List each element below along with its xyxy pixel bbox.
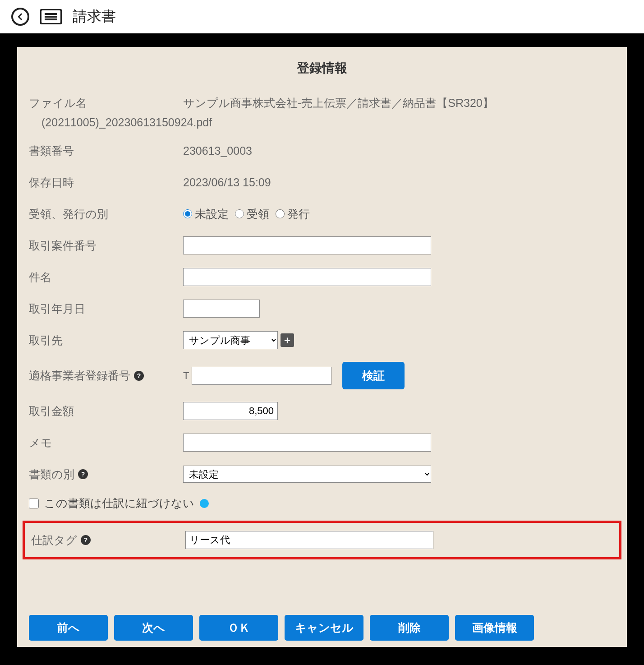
label-partner: 取引先: [29, 333, 183, 348]
radio-group-recv-issue: 未設定 受領 発行: [183, 207, 310, 222]
input-journal-tag[interactable]: [185, 531, 433, 549]
input-regnum[interactable]: [192, 367, 331, 385]
row-savedate: 保存日時 2023/06/13 15:09: [29, 172, 615, 192]
radio-issued-text: 発行: [287, 207, 310, 222]
row-filename: ファイル名 サンプル商事株式会社-売上伝票／請求書／納品書【SR320】 (20…: [29, 96, 615, 129]
label-recv-issue: 受領、発行の別: [29, 207, 183, 222]
select-partner[interactable]: サンプル商事: [183, 331, 278, 349]
help-icon-regnum[interactable]: ?: [134, 371, 144, 381]
row-regnum: 適格事業者登録番号 ? T 検証: [29, 362, 615, 389]
value-docnum: 230613_0003: [183, 144, 615, 157]
row-subject: 件名: [29, 267, 615, 287]
radio-received-label[interactable]: 受領: [235, 207, 269, 222]
next-button[interactable]: 次へ: [114, 615, 193, 641]
label-doctype: 書類の別 ?: [29, 467, 183, 482]
highlight-journal-tag: 仕訳タグ ?: [23, 521, 621, 559]
image-info-button[interactable]: 画像情報: [455, 615, 534, 641]
input-tx-case[interactable]: [183, 236, 431, 254]
label-filename: ファイル名: [29, 96, 183, 111]
label-docnum: 書類番号: [29, 143, 183, 158]
regnum-prefix: T: [183, 370, 189, 382]
label-journal-tag-text: 仕訳タグ: [31, 533, 77, 548]
help-icon-journal-tag[interactable]: ?: [81, 535, 91, 545]
row-recv-issue: 受領、発行の別 未設定 受領 発行: [29, 204, 615, 224]
row-docnum: 書類番号 230613_0003: [29, 141, 615, 161]
row-no-link: この書類は仕訳に紐づけない: [29, 496, 615, 511]
status-dot-icon: [200, 499, 209, 508]
label-memo: メモ: [29, 435, 183, 450]
radio-unset[interactable]: [183, 209, 192, 218]
arrow-left-icon: [16, 13, 24, 21]
back-button[interactable]: [11, 8, 29, 26]
label-amount: 取引金額: [29, 404, 183, 419]
ok-button[interactable]: ＯＫ: [199, 615, 278, 641]
row-partner: 取引先 サンプル商事 ＋: [29, 330, 615, 350]
radio-issued-label[interactable]: 発行: [276, 207, 310, 222]
button-bar: 前へ 次へ ＯＫ キャンセル 削除 画像情報: [29, 615, 534, 641]
input-amount[interactable]: [183, 402, 278, 420]
form-panel: 登録情報 ファイル名 サンプル商事株式会社-売上伝票／請求書／納品書【SR320…: [17, 47, 627, 647]
row-tx-case: 取引案件番号: [29, 236, 615, 255]
row-tx-date: 取引年月日: [29, 299, 615, 319]
value-savedate: 2023/06/13 15:09: [183, 176, 615, 189]
prev-button[interactable]: 前へ: [29, 615, 108, 641]
label-no-link: この書類は仕訳に紐づけない: [44, 496, 194, 511]
value-filename-line2: (20211005)_20230613150924.pdf: [29, 116, 615, 129]
row-journal-tag: 仕訳タグ ?: [31, 530, 613, 550]
section-title: 登録情報: [29, 60, 615, 77]
page-title: 請求書: [73, 7, 116, 27]
select-doctype[interactable]: 未設定: [183, 466, 431, 483]
label-tx-case: 取引案件番号: [29, 238, 183, 253]
verify-button[interactable]: 検証: [342, 362, 405, 389]
cancel-button[interactable]: キャンセル: [285, 615, 363, 641]
label-savedate: 保存日時: [29, 175, 183, 190]
label-regnum-text: 適格事業者登録番号: [29, 368, 130, 383]
input-subject[interactable]: [183, 268, 431, 286]
radio-unset-text: 未設定: [195, 207, 229, 222]
header-bar: 請求書: [0, 0, 644, 33]
help-icon-doctype[interactable]: ?: [78, 469, 88, 479]
row-memo: メモ: [29, 433, 615, 453]
add-partner-button[interactable]: ＋: [281, 333, 294, 347]
input-tx-date[interactable]: [183, 300, 260, 318]
value-filename-line1: サンプル商事株式会社-売上伝票／請求書／納品書【SR320】: [183, 96, 615, 111]
label-regnum: 適格事業者登録番号 ?: [29, 368, 183, 383]
radio-received-text: 受領: [247, 207, 269, 222]
radio-received[interactable]: [235, 209, 244, 218]
row-doctype: 書類の別 ? 未設定: [29, 464, 615, 484]
label-doctype-text: 書類の別: [29, 467, 74, 482]
input-memo[interactable]: [183, 434, 431, 452]
checkbox-no-link[interactable]: [29, 499, 39, 508]
row-amount: 取引金額: [29, 401, 615, 421]
label-journal-tag: 仕訳タグ ?: [31, 533, 185, 548]
label-tx-date: 取引年月日: [29, 301, 183, 316]
radio-unset-label[interactable]: 未設定: [183, 207, 229, 222]
document-list-icon: [40, 9, 62, 24]
delete-button[interactable]: 削除: [370, 615, 449, 641]
radio-issued[interactable]: [276, 209, 285, 218]
label-subject: 件名: [29, 270, 183, 285]
